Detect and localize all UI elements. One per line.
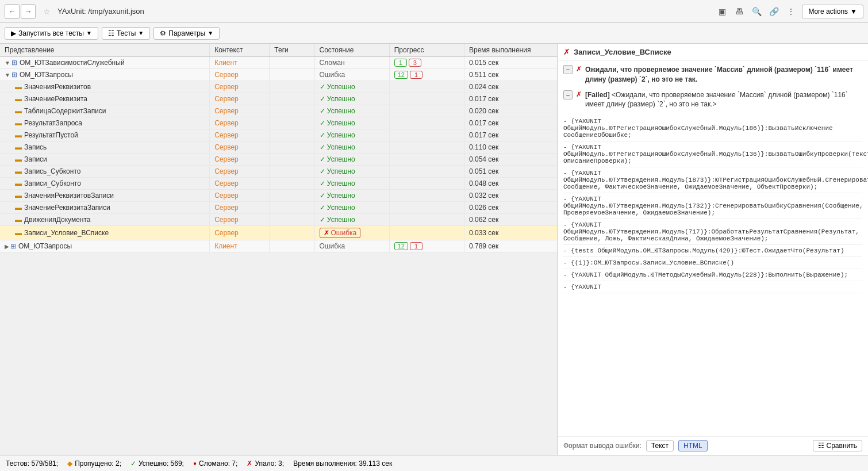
back-button[interactable]: ← [5, 4, 20, 19]
table-row[interactable]: ▬Записи_СубконтоСервер✓ Успешно0.048 сек [0, 178, 557, 190]
progress-ok-badge: 12 [394, 242, 408, 250]
forward-button[interactable]: → [21, 4, 36, 19]
cell-tags [270, 57, 314, 69]
left-panel: Представление Контекст Теги Состояние Пр… [0, 44, 558, 455]
table-row[interactable]: ▼⊞ОМ_ЮТЗапросыСерверОшибка1210.511 сек [0, 69, 557, 81]
tests-button[interactable]: ☷ Тесты ▼ [102, 27, 150, 40]
cell-status: ✓ Успешно [314, 129, 389, 141]
collapse-button-1[interactable]: − [563, 65, 573, 74]
progress-error-badge: 3 [409, 59, 421, 67]
broken-icon: ● [193, 460, 197, 466]
expand-icon[interactable]: ▼ [5, 60, 10, 66]
cell-progress [389, 105, 464, 117]
table-row[interactable]: ▬ЗначенияРеквизитовЗаписиСервер✓ Успешно… [0, 190, 557, 202]
test-table[interactable]: Представление Контекст Теги Состояние Пр… [0, 44, 557, 455]
cell-status: ✓ Успешно [314, 166, 389, 178]
tests-icon: ☷ [108, 29, 114, 37]
link-icon[interactable]: 🔗 [766, 4, 781, 19]
broken-label: Сломано: 7; [199, 459, 237, 468]
cell-tags [270, 226, 314, 240]
cell-name: ▬Записи [0, 154, 210, 166]
more-actions-arrow: ▼ [850, 7, 857, 16]
row-name-text: ЗначениеРеквизитаЗаписи [24, 204, 110, 212]
more-icon[interactable]: ⋮ [783, 4, 798, 19]
diamond-icon: ◆ [67, 459, 72, 468]
cell-progress [389, 202, 464, 214]
monitor-icon[interactable]: ▣ [715, 4, 729, 19]
cell-time: 0.033 сек [464, 226, 557, 240]
row-name-text: РезультатПустой [24, 131, 78, 139]
code-line: - {YAXUNIT ОбщийМодуль.ЮТУтверждения.Мод… [563, 169, 862, 191]
params-button[interactable]: ⚙ Параметры ▼ [153, 27, 220, 40]
cell-time: 0.026 сек [464, 202, 557, 214]
cell-tags [270, 81, 314, 93]
cell-status: ✓ Успешно [314, 178, 389, 190]
cell-progress: 121 [389, 69, 464, 81]
code-line: - {YAXUNIT ОбщийМодуль.ЮТРегистрацияОшиб… [563, 143, 862, 165]
cell-name: ▬ЗначениеРеквизитаЗаписи [0, 202, 210, 214]
code-line: - {YAXUNIT [563, 283, 862, 291]
right-panel-content[interactable]: − ✗ Ожидали, что проверяемое значение `М… [558, 60, 868, 436]
col-header-repr: Представление [0, 44, 210, 57]
cell-tags [270, 202, 314, 214]
cell-tags [270, 190, 314, 202]
run-all-button[interactable]: ▶ Запустить все тесты ▼ [5, 27, 98, 40]
cell-name: ▬РезультатЗапроса [0, 117, 210, 129]
table-row[interactable]: ▬РезультатЗапросаСервер✓ Успешно0.017 се… [0, 117, 557, 129]
table-row[interactable]: ▬Запись_СубконтоСервер✓ Успешно0.051 сек [0, 166, 557, 178]
status-time: Время выполнения: 39.113 сек [293, 459, 392, 468]
window-title: YAxUnit: /tmp/yaxunit.json [57, 7, 711, 16]
table-row[interactable]: ▬ДвиженияДокументаСервер✓ Успешно0.062 с… [0, 214, 557, 226]
top-toolbar: ← → ☆ YAxUnit: /tmp/yaxunit.json ▣ 🖶 🔍 🔗… [0, 0, 868, 23]
table-row[interactable]: ▼⊞ОМ_ЮТЗависимостиСлужебныйКлиентСломан1… [0, 57, 557, 69]
cell-time: 0.015 сек [464, 57, 557, 69]
row-name-text: ДвиженияДокумента [24, 216, 91, 224]
cell-name: ▬Записи_Условие_ВСписке [0, 226, 210, 240]
test-icon: ▬ [15, 167, 22, 175]
table-row[interactable]: ▬РезультатПустойСервер✓ Успешно0.017 сек [0, 129, 557, 141]
params-arrow: ▼ [208, 30, 213, 36]
table-row[interactable]: ▬ЗначениеРеквизитаЗаписиСервер✓ Успешно0… [0, 202, 557, 214]
code-block: - {YAXUNIT ОбщийМодуль.ЮТРегистрацияОшиб… [563, 115, 862, 297]
format-text-button[interactable]: Текст [646, 440, 674, 451]
table-row[interactable]: ▬ЗаписиСервер✓ Успешно0.054 сек [0, 154, 557, 166]
table-row[interactable]: ▬ЗначенияРеквизитовСервер✓ Успешно0.024 … [0, 81, 557, 93]
cell-time: 0.032 сек [464, 190, 557, 202]
progress-error-badge: 1 [410, 242, 423, 250]
table-row[interactable]: ▬ЗаписьСервер✓ Успешно0.110 сек [0, 141, 557, 154]
bookmark-button[interactable]: ☆ [39, 4, 54, 19]
search-icon[interactable]: 🔍 [749, 4, 764, 19]
table-row[interactable]: ▶⊞ОМ_ЮТЗапросыКлиентОшибка1210.789 сек [0, 240, 557, 252]
progress-error-badge: 1 [410, 71, 423, 79]
table-row[interactable]: ▬Записи_Условие_ВСпискеСервер✗ Ошибка0.0… [0, 226, 557, 240]
expand-icon[interactable]: ▼ [5, 72, 10, 78]
cell-tags [270, 154, 314, 166]
cell-time: 0.017 сек [464, 129, 557, 141]
cell-name: ▼⊞ОМ_ЮТЗапросы [0, 69, 210, 81]
row-name-text: Запись [24, 143, 47, 151]
format-html-button[interactable]: HTML [678, 440, 708, 451]
more-actions-button[interactable]: More actions ▼ [802, 5, 863, 18]
code-line: - {YAXUNIT ОбщийМодуль.ЮТУтверждения.Мод… [563, 221, 862, 243]
compare-button[interactable]: ☷ Сравнить [813, 440, 862, 451]
cell-tags [270, 117, 314, 129]
print-icon[interactable]: 🖶 [732, 4, 747, 19]
format-label: Формат вывода ошибки: [563, 442, 642, 450]
collapse-button-2[interactable]: − [563, 90, 573, 99]
skipped-label: Пропущено: 2; [75, 459, 121, 468]
table-row[interactable]: ▬ЗначениеРеквизитаСервер✓ Успешно0.017 с… [0, 93, 557, 105]
right-panel: ✗ Записи_Условие_ВСписке − ✗ Ожидали, чт… [558, 44, 868, 455]
error-text-2: [Failed] <Ожидали, что проверяемое значе… [585, 90, 862, 110]
cell-name: ▬РезультатПустой [0, 129, 210, 141]
cell-tags [270, 178, 314, 190]
cell-progress [389, 93, 464, 105]
table-row[interactable]: ▬ТаблицаСодержитЗаписиСервер✓ Успешно0.0… [0, 105, 557, 117]
row-name-text: РезультатЗапроса [24, 119, 82, 127]
nav-buttons: ← → [5, 4, 36, 19]
cell-context: Сервер [210, 166, 270, 178]
expand-icon[interactable]: ▶ [5, 243, 9, 250]
cell-tags [270, 105, 314, 117]
cell-progress: 121 [389, 240, 464, 252]
cell-progress [389, 214, 464, 226]
cell-context: Сервер [210, 178, 270, 190]
